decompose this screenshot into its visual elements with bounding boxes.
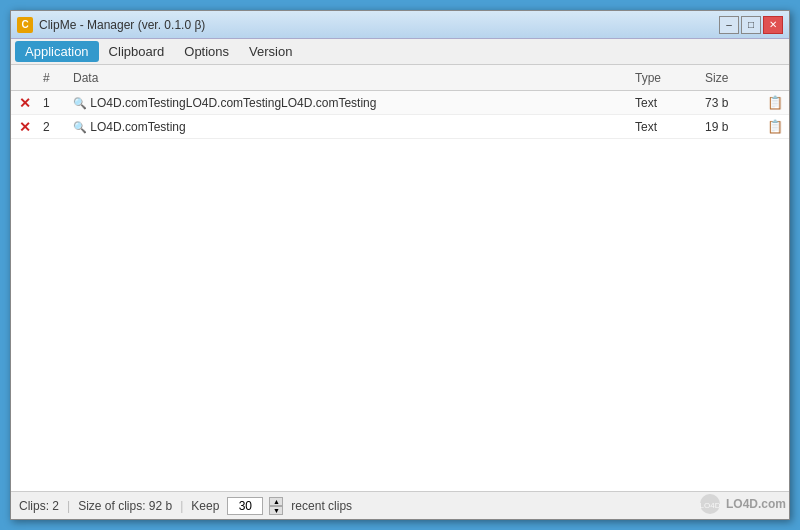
col-data: Data [69, 71, 631, 85]
title-buttons: – □ ✕ [719, 16, 783, 34]
row2-data: 🔍 LO4D.comTesting [69, 120, 631, 134]
app-icon: C [17, 17, 33, 33]
content-area: # Data Type Size ✕ 1 🔍 LO4D.comTestingLO… [11, 65, 789, 491]
title-bar-left: C ClipMe - Manager (ver. 0.1.0 β) [17, 17, 205, 33]
row2-data-text: LO4D.comTesting [90, 120, 185, 134]
row2-size: 19 b [701, 120, 761, 134]
size-of-clips: Size of clips: 92 b [78, 499, 172, 513]
menu-item-version[interactable]: Version [239, 41, 302, 62]
svg-text:LO4D: LO4D [700, 501, 721, 510]
keep-label: Keep [191, 499, 219, 513]
watermark: LO4D LO4D.com [698, 492, 786, 516]
table-header: # Data Type Size [11, 65, 789, 91]
search-icon-1: 🔍 [73, 97, 87, 109]
row1-data-text: LO4D.comTestingLO4D.comTestingLO4D.comTe… [90, 96, 376, 110]
watermark-text: LO4D.com [726, 497, 786, 511]
minimize-button[interactable]: – [719, 16, 739, 34]
delete-icon-1[interactable]: ✕ [11, 95, 39, 111]
row1-number: 1 [39, 96, 69, 110]
menu-item-clipboard[interactable]: Clipboard [99, 41, 175, 62]
table-body: ✕ 1 🔍 LO4D.comTestingLO4D.comTestingLO4D… [11, 91, 789, 491]
row2-number: 2 [39, 120, 69, 134]
keep-input[interactable] [227, 497, 263, 515]
spin-down[interactable]: ▼ [269, 506, 283, 515]
menu-item-application[interactable]: Application [15, 41, 99, 62]
col-type: Type [631, 71, 701, 85]
col-size: Size [701, 71, 761, 85]
recent-clips-label: recent clips [291, 499, 352, 513]
clips-count: Clips: 2 [19, 499, 59, 513]
keep-spinner: ▲ ▼ [269, 497, 283, 515]
search-icon-2: 🔍 [73, 121, 87, 133]
edit-icon-1[interactable]: 📋 [761, 95, 789, 110]
status-sep1: | [67, 499, 70, 513]
main-window: C ClipMe - Manager (ver. 0.1.0 β) – □ ✕ … [10, 10, 790, 520]
row2-type: Text [631, 120, 701, 134]
table-row: ✕ 1 🔍 LO4D.comTestingLO4D.comTestingLO4D… [11, 91, 789, 115]
spin-up[interactable]: ▲ [269, 497, 283, 506]
status-sep2: | [180, 499, 183, 513]
row1-size: 73 b [701, 96, 761, 110]
menu-bar: Application Clipboard Options Version [11, 39, 789, 65]
window-title: ClipMe - Manager (ver. 0.1.0 β) [39, 18, 205, 32]
delete-icon-2[interactable]: ✕ [11, 119, 39, 135]
row1-data: 🔍 LO4D.comTestingLO4D.comTestingLO4D.com… [69, 96, 631, 110]
maximize-button[interactable]: □ [741, 16, 761, 34]
edit-icon-2[interactable]: 📋 [761, 119, 789, 134]
status-bar: Clips: 2 | Size of clips: 92 b | Keep ▲ … [11, 491, 789, 519]
close-button[interactable]: ✕ [763, 16, 783, 34]
table-row: ✕ 2 🔍 LO4D.comTesting Text 19 b 📋 [11, 115, 789, 139]
title-bar: C ClipMe - Manager (ver. 0.1.0 β) – □ ✕ [11, 11, 789, 39]
watermark-icon: LO4D [698, 492, 722, 516]
menu-item-options[interactable]: Options [174, 41, 239, 62]
col-number: # [39, 71, 69, 85]
row1-type: Text [631, 96, 701, 110]
